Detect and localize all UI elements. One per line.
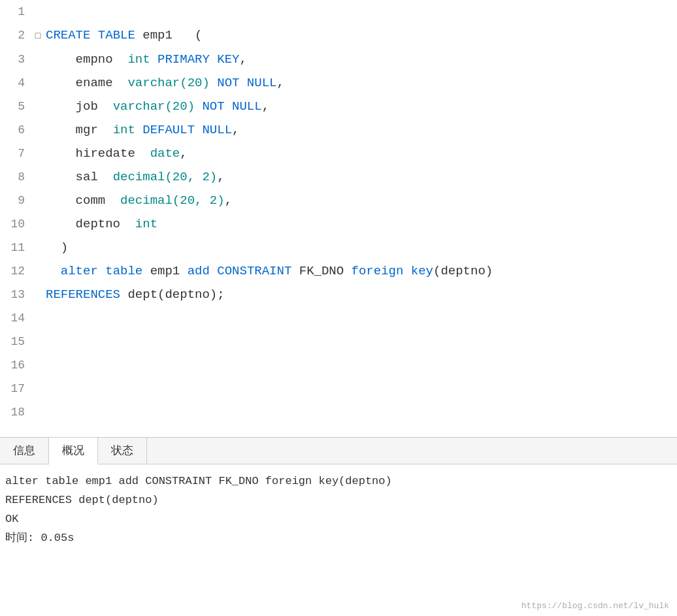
output-line: 时间: 0.05s xyxy=(5,529,672,548)
code-line: 8 sal decimal(20, 2), xyxy=(0,165,677,189)
line-number: 17 xyxy=(0,377,33,400)
line-content[interactable]: job varchar(20) NOT NULL, xyxy=(43,95,677,118)
watermark: https://blog.csdn.net/lv_hulk xyxy=(521,601,669,611)
line-content[interactable]: ) xyxy=(43,236,677,259)
code-line: 1 xyxy=(0,0,677,24)
line-content[interactable]: ename varchar(20) NOT NULL, xyxy=(43,71,677,95)
code-line: 13REFERENCES dept(deptno); xyxy=(0,283,677,306)
line-content[interactable]: hiredate date, xyxy=(43,142,677,165)
code-line: 4 ename varchar(20) NOT NULL, xyxy=(0,71,677,95)
line-number: 9 xyxy=(0,189,33,212)
code-container: 12□CREATE TABLE emp1 (3 empno int PRIMAR… xyxy=(0,0,677,437)
line-number: 4 xyxy=(0,71,33,95)
code-line: 18 xyxy=(0,400,677,424)
code-line: 6 mgr int DEFAULT NULL, xyxy=(0,118,677,142)
line-number: 10 xyxy=(0,212,33,236)
line-number: 11 xyxy=(0,236,33,259)
line-content[interactable]: mgr int DEFAULT NULL, xyxy=(43,118,677,142)
line-number: 16 xyxy=(0,353,33,377)
line-number: 8 xyxy=(0,165,33,189)
code-line: 17 xyxy=(0,377,677,400)
output-line: REFERENCES dept(deptno) xyxy=(5,491,672,510)
code-line: 7 hiredate date, xyxy=(0,142,677,165)
code-line: 3 empno int PRIMARY KEY, xyxy=(0,48,677,71)
output-line: alter table emp1 add CONSTRAINT FK_DNO f… xyxy=(5,472,672,491)
line-number: 5 xyxy=(0,95,33,118)
line-content[interactable]: deptno int xyxy=(43,212,677,236)
line-number: 2 xyxy=(0,24,33,47)
line-content[interactable]: sal decimal(20, 2), xyxy=(43,165,677,189)
code-line: 2□CREATE TABLE emp1 ( xyxy=(0,24,677,48)
line-number: 18 xyxy=(0,400,33,424)
line-number: 14 xyxy=(0,306,33,330)
tab-item[interactable]: 信息 xyxy=(0,438,49,464)
line-gutter: □ xyxy=(33,24,43,48)
line-content[interactable]: empno int PRIMARY KEY, xyxy=(43,48,677,71)
code-line: 15 xyxy=(0,330,677,353)
tab-item[interactable]: 状态 xyxy=(98,438,147,464)
line-number: 3 xyxy=(0,48,33,71)
tab-bar: 信息概况状态 xyxy=(0,438,677,464)
line-content[interactable]: CREATE TABLE emp1 ( xyxy=(43,24,677,47)
code-line: 12 alter table emp1 add CONSTRAINT FK_DN… xyxy=(0,259,677,283)
code-line: 9 comm decimal(20, 2), xyxy=(0,189,677,212)
code-line: 16 xyxy=(0,353,677,377)
code-line: 11 ) xyxy=(0,236,677,259)
tab-item[interactable]: 概况 xyxy=(49,438,98,464)
bottom-panel: 信息概况状态 alter table emp1 add CONSTRAINT F… xyxy=(0,438,677,616)
code-line: 5 job varchar(20) NOT NULL, xyxy=(0,95,677,118)
line-number: 15 xyxy=(0,330,33,353)
line-number: 13 xyxy=(0,283,33,306)
line-content[interactable]: REFERENCES dept(deptno); xyxy=(43,283,677,306)
output-line: OK xyxy=(5,510,672,529)
line-number: 7 xyxy=(0,142,33,165)
code-line: 14 xyxy=(0,306,677,330)
line-content[interactable]: comm decimal(20, 2), xyxy=(43,189,677,212)
code-line: 10 deptno int xyxy=(0,212,677,236)
line-number: 6 xyxy=(0,118,33,142)
editor-area: 12□CREATE TABLE emp1 (3 empno int PRIMAR… xyxy=(0,0,677,438)
output-area: alter table emp1 add CONSTRAINT FK_DNO f… xyxy=(0,464,677,556)
line-content[interactable]: alter table emp1 add CONSTRAINT FK_DNO f… xyxy=(43,259,677,283)
line-number: 1 xyxy=(0,0,33,24)
line-number: 12 xyxy=(0,259,33,283)
